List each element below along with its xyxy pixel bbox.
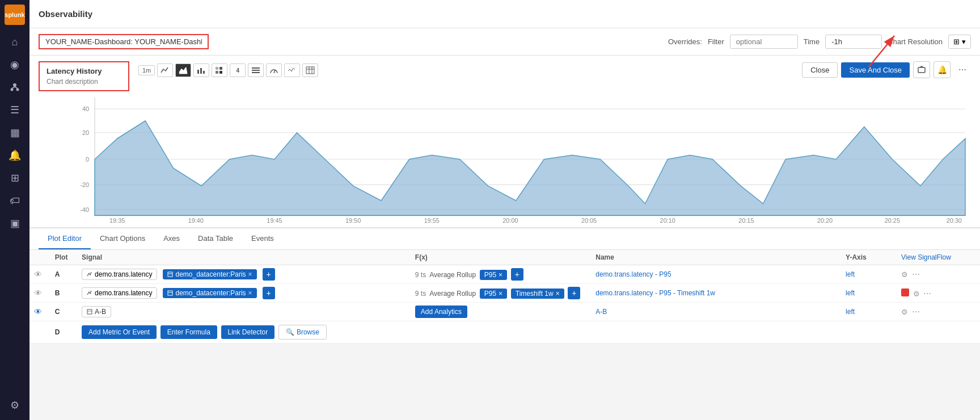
row-b-more-icon[interactable]: ⋯: [923, 289, 931, 298]
heatmap-btn[interactable]: [212, 63, 227, 77]
row-d-label: D: [55, 328, 60, 336]
tab-plot-editor[interactable]: Plot Editor: [39, 228, 91, 249]
row-a-signal-chip[interactable]: demo.trans.latency: [82, 269, 157, 280]
svg-rect-15: [252, 72, 260, 73]
row-b-signal-chip[interactable]: demo.trans.latency: [82, 287, 157, 299]
row-b-add-analytics-btn[interactable]: +: [568, 287, 580, 299]
more-options-button[interactable]: ⋯: [954, 61, 971, 78]
svg-text:40: 40: [82, 105, 89, 112]
topbar: Observability: [29, 0, 980, 28]
svg-line-3: [12, 87, 15, 88]
svg-text:-20: -20: [80, 181, 89, 188]
tab-chart-options[interactable]: Chart Options: [91, 228, 154, 249]
row-a-visibility-toggle[interactable]: 👁: [34, 270, 42, 279]
col-yaxis: Y-Axis: [841, 250, 897, 265]
tab-events[interactable]: Events: [242, 228, 283, 249]
gauge-btn[interactable]: [266, 63, 282, 77]
app-logo: splunk: [5, 5, 25, 25]
row-c-visibility-toggle[interactable]: 👁: [34, 307, 42, 316]
row-b-p95-chip: P95 ×: [480, 289, 507, 299]
area-chart-btn[interactable]: [175, 63, 191, 77]
row-a-add-metric-btn[interactable]: +: [263, 268, 275, 281]
sidebar-item-tag[interactable]: 🏷: [5, 190, 25, 211]
row-c-yaxis-link[interactable]: left: [846, 308, 855, 316]
dashboard-name-input[interactable]: [39, 34, 209, 49]
sidebar-item-home[interactable]: ⌂: [5, 32, 25, 52]
add-metric-or-event-button[interactable]: Add Metric Or Event: [82, 325, 157, 339]
row-c-gear-icon[interactable]: ⚙: [901, 308, 908, 316]
row-b-name-link[interactable]: demo.trans.latency - P95 - Timeshift 1w: [595, 289, 715, 297]
row-a-more-icon[interactable]: ⋯: [912, 270, 919, 279]
svg-text:20:15: 20:15: [738, 217, 754, 223]
alert-button[interactable]: 🔔: [933, 61, 951, 78]
row-a-yaxis-link[interactable]: left: [846, 270, 855, 278]
overrides-label: Overrides:: [668, 37, 702, 46]
table-row: 👁 A demo.trans.latency demo_datacenter:P…: [29, 265, 980, 284]
save-and-close-button[interactable]: Save And Close: [841, 62, 910, 78]
row-a-name-link[interactable]: demo.trans.latency - P95: [595, 270, 671, 278]
svg-rect-14: [252, 70, 260, 71]
filter-input[interactable]: [730, 35, 798, 49]
sidebar-item-bell[interactable]: 🔔: [5, 145, 25, 166]
row-b-gear-icon[interactable]: ⚙: [913, 290, 920, 298]
column-chart-btn[interactable]: [193, 63, 209, 77]
row-b-timeshift-remove[interactable]: ×: [556, 290, 560, 298]
plot-editor-section: Plot Editor Chart Options Axes Data Tabl…: [29, 228, 980, 343]
app-title: Observability: [39, 9, 92, 19]
row-a-gear-icon[interactable]: ⚙: [901, 270, 908, 279]
svg-rect-48: [168, 272, 172, 277]
sidebar-item-apm[interactable]: [5, 77, 25, 97]
sidebar-item-logs[interactable]: ☰: [5, 100, 25, 120]
row-b-add-metric-btn[interactable]: +: [263, 287, 275, 299]
sidebar-item-alerts[interactable]: ◉: [5, 54, 25, 75]
col-eye: [29, 250, 50, 265]
svg-line-16: [274, 70, 275, 73]
row-b-p95-remove[interactable]: ×: [499, 290, 502, 298]
row-c-name-link[interactable]: A-B: [595, 308, 607, 316]
sidebar-item-dashboard[interactable]: ▦: [5, 122, 25, 143]
close-button[interactable]: Close: [802, 62, 838, 78]
browse-icon: 🔍: [286, 328, 294, 336]
share-button[interactable]: [913, 61, 930, 78]
row-a-metric-remove[interactable]: ×: [248, 270, 252, 278]
row-c-more-icon[interactable]: ⋯: [912, 307, 919, 316]
main-content: Observability Overrides: Filter Time Cha…: [29, 0, 980, 420]
line-chart-btn[interactable]: [157, 63, 173, 77]
row-c-add-analytics-btn[interactable]: Add Analytics: [415, 306, 467, 318]
sidebar-item-box[interactable]: ▣: [5, 213, 25, 234]
browse-button[interactable]: 🔍 Browse: [278, 325, 327, 340]
list-btn[interactable]: [248, 63, 264, 77]
time-range-button[interactable]: 1m: [138, 65, 155, 75]
metric-icon: [167, 290, 173, 296]
row-b-visibility-toggle[interactable]: 👁: [34, 289, 42, 298]
link-detector-button[interactable]: Link Detector: [221, 325, 275, 339]
svg-rect-24: [918, 67, 925, 73]
sparkline-btn[interactable]: [284, 63, 300, 77]
row-b-label: B: [55, 289, 60, 297]
chart-toolbar: 1m 4: [138, 61, 318, 77]
sidebar-item-settings[interactable]: ⚙: [5, 395, 25, 415]
time-input[interactable]: [825, 35, 882, 49]
chart-resolution-button[interactable]: ⊞ ▾: [948, 35, 971, 49]
row-a-add-analytics-btn[interactable]: +: [511, 268, 523, 281]
row-a-p95-chip: P95 ×: [480, 270, 507, 280]
tab-axes[interactable]: Axes: [154, 228, 189, 249]
svg-text:20:05: 20:05: [581, 217, 597, 223]
sidebar-item-grid[interactable]: ⊞: [5, 168, 25, 188]
row-b-metric-remove[interactable]: ×: [248, 289, 252, 297]
single-value-btn[interactable]: 4: [230, 63, 246, 77]
tab-data-table[interactable]: Data Table: [189, 228, 242, 249]
enter-formula-button[interactable]: Enter Formula: [160, 325, 217, 339]
row-a-p95-remove[interactable]: ×: [499, 271, 502, 279]
chart-title-block: Latency History Chart description: [39, 61, 129, 91]
row-b-yaxis-link[interactable]: left: [846, 289, 855, 297]
view-signalflow-link[interactable]: View SignalFlow: [901, 253, 951, 261]
svg-text:0: 0: [86, 156, 89, 163]
svg-text:19:35: 19:35: [109, 217, 125, 223]
svg-text:19:40: 19:40: [188, 217, 204, 223]
row-c-label: C: [55, 308, 60, 316]
svg-rect-50: [168, 291, 172, 295]
svg-rect-9: [216, 67, 218, 70]
chart-header-left: Latency History Chart description 1m: [39, 61, 318, 91]
table-btn[interactable]: [302, 63, 318, 77]
